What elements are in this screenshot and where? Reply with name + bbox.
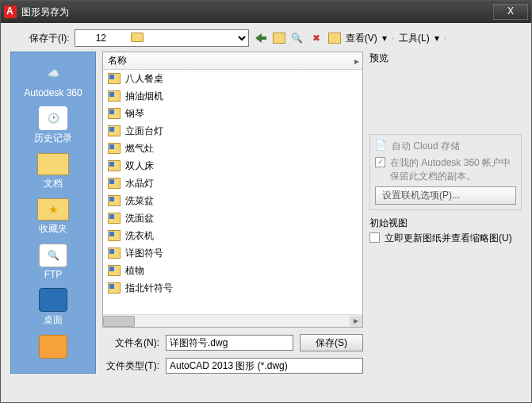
file-name: 洗面盆 [125,212,154,225]
file-row[interactable]: 抽油烟机 [103,87,362,105]
sidebar-item-label: 文档 [44,177,63,190]
scrollbar-thumb[interactable] [103,316,135,327]
dialog-content: 保存于(I): 12 🔍 ✖ 查看(V) ▾ · 工具(L) ▾ · [1,23,531,402]
dwg-file-icon [108,248,121,259]
file-list[interactable]: 八人餐桌抽油烟机钢琴立面台灯燃气灶双人床水晶灯洗菜盆洗面盆洗衣机详图符号植物指北… [103,70,362,314]
file-row[interactable]: 详图符号 [103,244,362,262]
dwg-file-icon [108,73,121,84]
file-row[interactable]: 指北针符号 [103,279,362,297]
column-name[interactable]: 名称 [108,54,351,67]
search-icon[interactable]: 🔍 [290,31,304,45]
file-row[interactable]: 钢琴 [103,105,362,122]
file-name: 指北针符号 [125,282,173,295]
save-in-label: 保存于(I): [29,32,70,45]
scroll-right-arrow[interactable]: ▸ [351,56,362,67]
file-name: 洗菜盆 [125,194,154,208]
file-row[interactable]: 立面台灯 [103,122,362,140]
save-button[interactable]: 保存(S) [300,334,363,351]
file-row[interactable]: 洗面盆 [103,209,362,227]
file-list-header[interactable]: 名称 ▸ [103,52,362,70]
update-thumbnail-checkbox[interactable] [369,232,380,243]
folder-icon [131,33,144,42]
update-thumbnail-label: 立即更新图纸并查看缩略图(U) [385,232,512,245]
delete-icon[interactable]: ✖ [309,31,323,45]
dwg-file-icon [108,282,121,294]
sidebar-item-ftp[interactable]: 🔍 FTP [11,240,95,283]
file-row[interactable]: 洗菜盆 [103,192,362,209]
tools-menu-arrow[interactable]: ▾ [434,33,439,44]
horizontal-scrollbar[interactable]: ▸ [103,314,362,327]
save-in-dropdown[interactable]: 12 [75,29,249,47]
sidebar-item-more[interactable] [11,332,95,362]
titlebar[interactable]: 图形另存为 X [1,1,531,23]
separator: · [444,33,446,44]
sidebar-item-favorites[interactable]: 收藏夹 [11,195,95,239]
file-row[interactable]: 燃气灶 [103,140,362,157]
view-menu-arrow[interactable]: ▾ [382,33,387,44]
toolbar-icons: 🔍 ✖ 查看(V) ▾ · 工具(L) ▾ · [254,31,446,45]
file-name: 洗衣机 [125,229,154,243]
sidebar-item-history[interactable]: 🕑 历史记录 [11,103,95,148]
cloud-options: 📄 自动 Cloud 存储 在我的 Autodesk 360 帐户中保留此文档的… [369,134,522,210]
file-row[interactable]: 植物 [103,262,362,279]
file-name: 双人床 [125,159,154,173]
dwg-file-icon [108,195,121,206]
filetype-label: 文件类型(T): [102,359,159,373]
file-row[interactable]: 水晶灯 [103,175,362,192]
ftp-icon: 🔍 [39,244,67,267]
sidebar-item-autodesk360[interactable]: ☁️ Autodesk 360 [11,59,95,102]
scrollbar-arrow-right[interactable]: ▸ [350,316,362,327]
sidebar-item-label: Autodesk 360 [24,87,82,98]
filetype-dropdown[interactable] [166,358,363,374]
tools-menu[interactable]: 工具(L) [399,32,430,45]
close-button[interactable]: X [493,4,528,20]
places-sidebar: ☁️ Autodesk 360 🕑 历史记录 文档 收藏夹 🔍 FT [10,52,96,374]
preview-panel: 预览 [369,52,522,128]
cloud-keep-label: 在我的 Autodesk 360 帐户中保留此文档的副本。 [390,156,516,183]
dwg-file-icon [108,160,121,171]
file-name: 植物 [125,264,144,278]
history-icon: 🕑 [39,106,67,130]
filename-input[interactable] [166,335,293,351]
online-options-button[interactable]: 设置联机选项(P)... [375,186,516,205]
sidebar-item-documents[interactable]: 文档 [11,150,95,194]
separator: · [392,33,394,44]
dwg-file-icon [108,178,121,189]
dwg-file-icon [108,90,121,102]
back-icon[interactable] [254,31,268,45]
bottom-fields: 文件名(N): 保存(S) 文件类型(T): [102,334,363,374]
sidebar-item-label: 收藏夹 [39,222,67,236]
preview-title: 预览 [369,52,522,65]
file-row[interactable]: 双人床 [103,157,362,175]
sidebar-item-desktop[interactable]: 桌面 [11,285,95,330]
up-icon[interactable] [273,33,285,44]
app-icon [4,6,17,18]
file-row[interactable]: 八人餐桌 [103,70,362,87]
favorites-icon [37,198,69,221]
cloud-save-icon: 📄 [375,140,387,151]
cloud-icon: ☁️ [39,62,67,86]
folder-icon [37,153,69,175]
dwg-file-icon [108,230,121,241]
file-name: 立面台灯 [125,125,163,138]
cloud-auto-label: 自动 Cloud 存储 [392,140,460,153]
file-row[interactable]: 洗衣机 [103,227,362,244]
new-folder-icon[interactable] [328,33,341,44]
dwg-file-icon [108,143,121,154]
dwg-file-icon [108,125,121,136]
save-as-dialog: 图形另存为 X 保存于(I): 12 🔍 ✖ 查看(V) ▾ · 工具(L) ▾… [0,0,532,403]
file-name: 抽油烟机 [125,90,163,103]
filename-label: 文件名(N): [102,336,159,350]
cloud-keep-checkbox[interactable] [375,157,385,167]
more-icon [39,335,67,359]
file-name: 燃气灶 [125,142,154,155]
right-panel: 预览 📄 自动 Cloud 存储 在我的 Autodesk 360 帐户中保留此… [369,52,522,374]
file-name: 钢琴 [125,107,144,121]
view-menu[interactable]: 查看(V) [346,32,377,45]
window-title: 图形另存为 [21,6,493,19]
dwg-file-icon [108,213,121,224]
dwg-file-icon [108,108,121,119]
file-list-panel: 名称 ▸ 八人餐桌抽油烟机钢琴立面台灯燃气灶双人床水晶灯洗菜盆洗面盆洗衣机详图符… [102,52,363,328]
initial-view-panel: 初始视图 立即更新图纸并查看缩略图(U) [369,217,522,248]
file-name: 水晶灯 [125,177,154,190]
